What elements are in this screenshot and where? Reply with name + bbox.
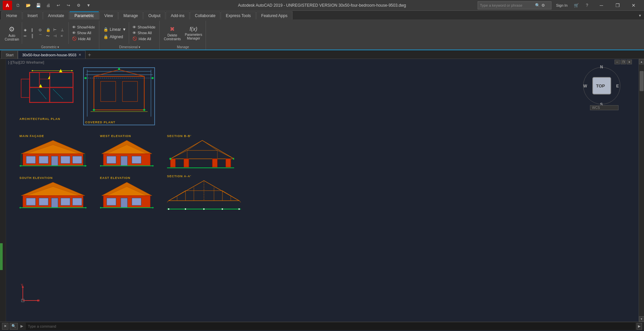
search-icon: 🔍 — [535, 3, 540, 8]
geometric-buttons: ⚙ AutoConstrain ◈ ∥ ⊙ 🔒 ⊢ ⊥ ═ ║ ⌒ — [3, 21, 97, 45]
vertical-btn[interactable]: ║ — [31, 33, 38, 39]
symmetric-btn[interactable]: ⊣ — [53, 33, 60, 39]
viewport-label[interactable]: [-][Top][2D Wireframe] — [8, 60, 44, 64]
qat-save[interactable]: 💾 — [34, 1, 42, 9]
command-input[interactable] — [26, 323, 635, 330]
tab-manage[interactable]: Manage — [118, 11, 143, 19]
dim-show-hide-col: 👁 Show/Hide 👁 Show All 🚫 Hide All — [130, 24, 157, 42]
tab-home[interactable]: Home — [1, 11, 22, 19]
search-bar[interactable]: 🔍 ⚙ — [478, 1, 551, 9]
tab-close-icon[interactable]: ✕ — [78, 53, 81, 57]
restore-button[interactable]: ❐ — [610, 0, 625, 11]
ribbon-toggle[interactable]: ▼ — [636, 11, 644, 19]
tab-parametric[interactable]: Parametric — [69, 11, 99, 19]
qat-redo[interactable]: ↪ — [64, 1, 72, 9]
svg-rect-27 — [122, 81, 138, 102]
svg-line-24 — [94, 70, 119, 76]
status-scroll-right[interactable]: ▶ — [637, 323, 642, 330]
qat-open[interactable]: 📂 — [24, 1, 32, 9]
south-elevation-svg — [19, 181, 87, 211]
dimensional-group: 🔒 Linear ▼ 🔒 Aligned 👁 Show/Hide — [100, 21, 160, 50]
separator — [22, 22, 22, 44]
tab-add-button[interactable]: + — [86, 51, 94, 59]
svg-rect-50 — [107, 156, 116, 163]
svg-rect-86 — [107, 198, 116, 205]
hide-all-icon: 🚫 — [72, 37, 77, 41]
geom-show-all-btn[interactable]: 👁 Show All — [70, 30, 97, 36]
tab-addins[interactable]: Add-ins — [166, 11, 190, 19]
parallel-btn[interactable]: ⊢ — [53, 27, 60, 32]
svg-line-57 — [170, 150, 187, 159]
qat-new[interactable]: 🗋 — [14, 1, 22, 9]
help-icon[interactable]: ? — [583, 1, 591, 9]
drawing-area: ARCHITECTURAL PLAN — [13, 66, 585, 318]
section-bb-svg — [167, 139, 234, 172]
geom-hide-all-btn[interactable]: 🚫 Hide All — [70, 36, 97, 42]
tab-express[interactable]: Express Tools — [221, 11, 256, 19]
svg-rect-37 — [26, 156, 36, 163]
close-button[interactable]: ✕ — [626, 0, 641, 11]
viewport-minimize-btn[interactable]: ─ — [614, 60, 620, 64]
tangent-btn[interactable]: ⌒ — [38, 33, 45, 39]
horizontal-btn[interactable]: ═ — [23, 33, 30, 39]
scroll-down-btn[interactable]: ▼ — [639, 316, 644, 322]
dim-hide-all-btn[interactable]: 🚫 Hide All — [130, 36, 157, 42]
title-bar: A 🗋 📂 💾 🖨 ↩ ↪ ⚙ ▼ Autodesk AutoCAD 2019 … — [0, 0, 644, 11]
dimensional-label[interactable]: Dimensional ▾ — [119, 45, 140, 50]
equal-btn[interactable]: = — [60, 33, 67, 39]
viewport[interactable]: [-][Top][2D Wireframe] — [6, 59, 639, 322]
perpendicular-btn[interactable]: ⊥ — [60, 27, 67, 32]
svg-line-25 — [119, 70, 144, 76]
geom-show-hide-btn[interactable]: 👁 Show/Hide — [70, 24, 97, 30]
collinear-btn[interactable]: ∥ — [31, 27, 38, 32]
tab-drawing[interactable]: 30x50-four-bedroom-house-9503 ✕ — [18, 51, 85, 59]
delete-constraints-btn[interactable]: ✖ DeleteConstraints — [162, 25, 182, 42]
svg-rect-88 — [132, 198, 141, 205]
show-icon2: 👁 — [132, 25, 136, 29]
subscription-icon[interactable]: 🛒 — [572, 1, 580, 9]
coincident-btn[interactable]: ◈ — [23, 27, 30, 32]
search-settings-icon: ⚙ — [541, 3, 545, 8]
tab-insert[interactable]: Insert — [22, 11, 43, 19]
search-input[interactable] — [480, 3, 534, 7]
section-bb: SECTION B-B' — [167, 134, 234, 173]
tab-start[interactable]: Start — [1, 51, 18, 59]
svg-text:X: X — [38, 299, 40, 303]
signin-button[interactable]: Sign In — [554, 1, 570, 9]
minimize-button[interactable]: ─ — [594, 0, 609, 11]
qat-undo[interactable]: ↩ — [54, 1, 62, 9]
viewport-restore-btn[interactable]: ❐ — [621, 60, 626, 64]
svg-rect-38 — [39, 156, 48, 163]
viewport-close-btn[interactable]: ✕ — [627, 60, 632, 64]
tab-output[interactable]: Output — [143, 11, 165, 19]
svg-point-69 — [169, 158, 171, 160]
parameters-manager-btn[interactable]: f(x) ParametersManager — [183, 25, 204, 41]
qat-workspace[interactable]: ⚙ — [74, 1, 83, 9]
tab-collaborate[interactable]: Collaborate — [190, 11, 220, 19]
qat-dropdown[interactable]: ▼ — [85, 1, 93, 9]
auto-constrain-button[interactable]: ⚙ AutoConstrain — [3, 24, 20, 42]
cmd-close-btn[interactable]: ✕ — [2, 323, 8, 330]
svg-point-114 — [222, 208, 223, 210]
tab-featured[interactable]: Featured Apps — [256, 11, 292, 19]
qat-print[interactable]: 🖨 — [44, 1, 52, 9]
svg-rect-77 — [51, 198, 58, 207]
scroll-up-btn[interactable]: ▲ — [639, 59, 644, 64]
tab-view[interactable]: View — [99, 11, 118, 19]
wcs-label[interactable]: WCS — [590, 105, 619, 110]
smooth-btn[interactable]: 〜 — [46, 33, 52, 39]
status-bar: ✕ 🔍 ▶ ▶ — [0, 322, 644, 330]
geometric-label[interactable]: Geometric ▾ — [41, 45, 59, 50]
dim-show-hide-btn[interactable]: 👁 Show/Hide — [130, 24, 157, 30]
tab-annotate[interactable]: Annotate — [43, 11, 69, 19]
dim-show-all-btn[interactable]: 👁 Show All — [130, 30, 157, 36]
cmd-search-btn[interactable]: 🔍 — [10, 323, 18, 330]
scroll-thumb[interactable] — [640, 71, 644, 91]
svg-point-31 — [85, 77, 87, 79]
aligned-btn[interactable]: 🔒 Aligned — [102, 34, 124, 40]
fixed-btn[interactable]: 🔒 — [46, 27, 52, 32]
main-facade-label: MAIN FAÇADE — [19, 134, 87, 138]
arch-plan: ARCHITECTURAL PLAN — [19, 69, 75, 121]
concentric-btn[interactable]: ⊙ — [38, 27, 45, 32]
linear-btn[interactable]: 🔒 Linear ▼ — [102, 26, 127, 32]
